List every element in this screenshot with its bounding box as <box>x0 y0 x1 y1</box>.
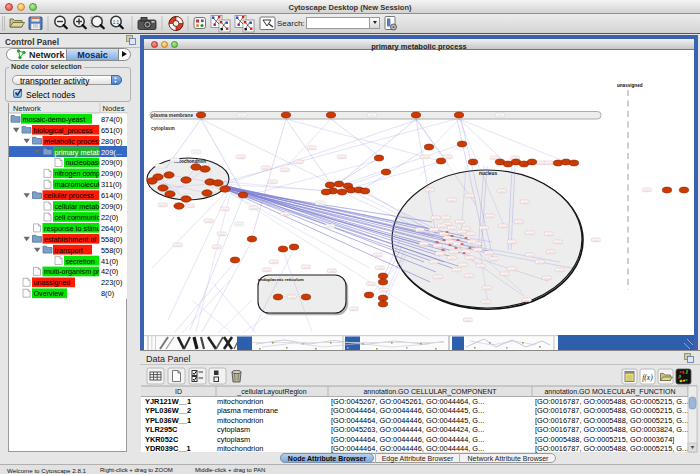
svg-text:mitochondrion: mitochondrion <box>217 397 263 406</box>
svg-text:209(0): 209(0) <box>101 158 122 167</box>
svg-text:[GO:0045267, GO:0045261, GO:00: [GO:0045267, GO:0045261, GO:0044464, G..… <box>331 397 484 406</box>
svg-text:cellular metabo: cellular metabo <box>55 202 104 211</box>
svg-text:f(x): f(x) <box>642 373 653 382</box>
svg-text:22(0): 22(0) <box>101 213 118 222</box>
svg-text:874(0): 874(0) <box>101 115 122 124</box>
svg-text:multi-organism pro: multi-organism pro <box>44 267 104 276</box>
svg-text:YPL036W__1: YPL036W__1 <box>145 416 191 425</box>
svg-text:280(0): 280(0) <box>101 137 122 146</box>
svg-text:Network: Network <box>13 104 41 113</box>
svg-text:[GO:0016787, GO:0005488, GO:00: [GO:0016787, GO:0005488, GO:0005215, G..… <box>535 397 688 406</box>
svg-text:264(0): 264(0) <box>101 224 122 233</box>
svg-text:558(0): 558(0) <box>101 246 122 255</box>
svg-text:mitochondrion: mitochondrion <box>217 444 263 453</box>
svg-text:cytoplasm: cytoplasm <box>217 435 250 444</box>
svg-text:_cellularLayoutRegion: _cellularLayoutRegion <box>236 388 306 396</box>
svg-text:plasma membrane: plasma membrane <box>151 113 193 118</box>
svg-text:primary metabo: primary metabo <box>55 148 105 157</box>
svg-text:[GO:0016787, GO:0005488, GO:00: [GO:0016787, GO:0005488, GO:0005215, G..… <box>535 406 688 415</box>
svg-text:YJR121W__1: YJR121W__1 <box>145 397 191 406</box>
svg-text:annotation.GO MOLECULAR_FUNCTI: annotation.GO MOLECULAR_FUNCTION <box>544 388 675 396</box>
svg-text:nitrogen compo: nitrogen compo <box>55 169 105 178</box>
svg-text:ID: ID <box>175 388 182 395</box>
svg-text:YDR039C__1: YDR039C__1 <box>145 444 191 453</box>
svg-text:223(0): 223(0) <box>101 278 122 287</box>
svg-text:[GO:0016787, GO:0005488, GO:00: [GO:0016787, GO:0005488, GO:0005215, G..… <box>535 444 688 453</box>
svg-text:metabolic process: metabolic process <box>44 137 102 146</box>
svg-text:651(0): 651(0) <box>101 126 122 135</box>
svg-text:biological_process: biological_process <box>34 126 94 135</box>
svg-text:558(0): 558(0) <box>101 235 122 244</box>
svg-text:secretion: secretion <box>66 257 95 266</box>
svg-text:[GO:0045263, GO:0044444, GO:00: [GO:0045263, GO:0044444, GO:0044424, G..… <box>331 425 484 434</box>
svg-text:[GO:0044464, GO:0044446, GO:00: [GO:0044464, GO:0044446, GO:0044444, G..… <box>331 435 484 444</box>
svg-text:mosaic-demo-yeast: mosaic-demo-yeast <box>23 115 86 124</box>
svg-text:209(0): 209(0) <box>101 202 122 211</box>
svg-text:YLR295C: YLR295C <box>145 425 178 434</box>
svg-text:cytoplasm: cytoplasm <box>217 425 250 434</box>
svg-text:unassigned: unassigned <box>617 83 643 88</box>
svg-text:endoplasmic reticulum: endoplasmic reticulum <box>258 277 304 282</box>
svg-text:[GO:0016787, GO:0005488, GO:00: [GO:0016787, GO:0005488, GO:0005215, G..… <box>535 416 688 425</box>
svg-text:mitochondrion: mitochondrion <box>217 416 263 425</box>
svg-text:614(0): 614(0) <box>101 191 122 200</box>
svg-text:nucleobase-: nucleobase- <box>66 158 106 167</box>
svg-text:unassigned: unassigned <box>34 278 71 287</box>
svg-text:41(0): 41(0) <box>101 257 118 266</box>
svg-text:macromolecule: macromolecule <box>55 180 104 189</box>
svg-text:311(0): 311(0) <box>101 180 122 189</box>
svg-text:42(0): 42(0) <box>101 267 118 276</box>
svg-text:plasma membrane: plasma membrane <box>217 406 278 415</box>
svg-text:YPL036W__2: YPL036W__2 <box>145 406 191 415</box>
svg-text:response to stimulu: response to stimulu <box>44 224 106 233</box>
svg-text:YKR052C: YKR052C <box>145 435 179 444</box>
svg-text:[GO:0044464, GO:0044446, GO:00: [GO:0044464, GO:0044446, GO:0044445, G..… <box>331 416 484 425</box>
svg-text:209(...: 209(... <box>101 148 122 157</box>
svg-text:[GO:0005488, GO:0005215, GO:00: [GO:0005488, GO:0005215, GO:0003674] <box>535 435 674 444</box>
svg-text:[GO:0044464, GO:0044446, GO:00: [GO:0044464, GO:0044446, GO:0044445, G..… <box>331 406 484 415</box>
svg-text:annotation.GO CELLULAR_COMPONE: annotation.GO CELLULAR_COMPONENT <box>363 388 497 396</box>
svg-text:8(0): 8(0) <box>101 289 114 298</box>
svg-text:1:1: 1:1 <box>113 20 120 25</box>
svg-text:establishment of lo: establishment of lo <box>44 235 104 244</box>
svg-text:Overview: Overview <box>34 289 65 298</box>
svg-text:[GO:0016787, GO:0005488, GO:00: [GO:0016787, GO:0005488, GO:0003824, G..… <box>535 425 688 434</box>
svg-text:cellular process: cellular process <box>44 191 94 200</box>
svg-text:cell communicat: cell communicat <box>55 213 107 222</box>
svg-text:209(0): 209(0) <box>101 169 122 178</box>
svg-text:transport: transport <box>55 246 83 255</box>
svg-text:Nodes: Nodes <box>103 104 125 113</box>
svg-text:cytoplasm: cytoplasm <box>151 126 175 131</box>
svg-text:[GO:0044464, GO:0044446, GO:00: [GO:0044464, GO:0044446, GO:0044444, G..… <box>331 444 484 453</box>
